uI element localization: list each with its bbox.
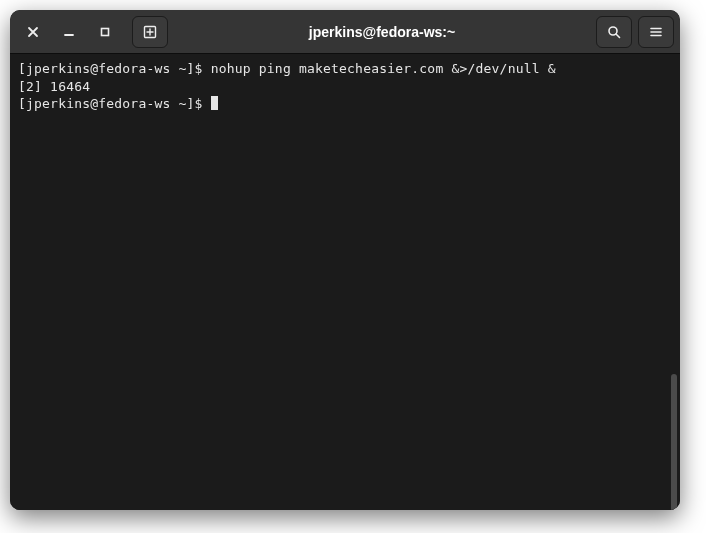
search-button[interactable] [596,16,632,48]
terminal-window: jperkins@fedora-ws:~ [jperkins@fedora-ws… [10,10,680,510]
scrollbar[interactable] [671,374,677,510]
cursor-icon [211,96,218,110]
maximize-icon [99,26,111,38]
terminal-line: [jperkins@fedora-ws ~]$ nohup ping maket… [18,60,672,78]
prompt-text: [jperkins@fedora-ws ~]$ [18,96,211,111]
new-tab-icon [143,25,157,39]
search-icon [607,25,621,39]
maximize-button[interactable] [88,17,122,47]
svg-rect-0 [102,28,109,35]
header-actions [596,16,674,48]
terminal-line: [2] 16464 [18,78,672,96]
prompt-text: [jperkins@fedora-ws ~]$ [18,61,211,76]
window-title: jperkins@fedora-ws:~ [168,24,596,40]
terminal-body[interactable]: [jperkins@fedora-ws ~]$ nohup ping maket… [10,54,680,510]
minimize-icon [63,26,75,38]
menu-button[interactable] [638,16,674,48]
minimize-button[interactable] [52,17,86,47]
terminal-line: [jperkins@fedora-ws ~]$ [18,95,672,113]
window-controls [16,16,168,48]
hamburger-icon [649,25,663,39]
close-button[interactable] [16,17,50,47]
close-icon [27,26,39,38]
output-text: [2] 16464 [18,79,90,94]
new-tab-button[interactable] [132,16,168,48]
command-text: nohup ping maketecheasier.com &>/dev/nul… [211,61,556,76]
titlebar: jperkins@fedora-ws:~ [10,10,680,54]
